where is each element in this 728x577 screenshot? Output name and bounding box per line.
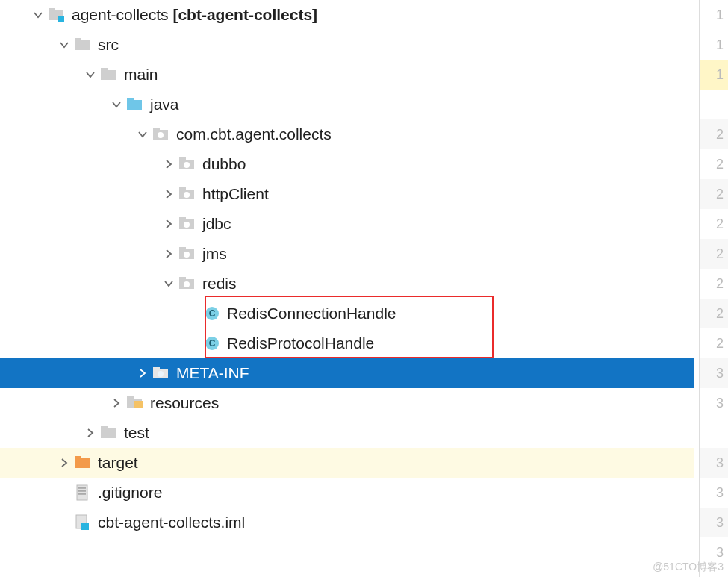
- excluded-folder-icon: [74, 454, 92, 472]
- tree-row-root[interactable]: agent-collects [cbt-agent-collects]: [0, 0, 694, 30]
- tree-row-gitignore[interactable]: .gitignore: [0, 478, 694, 508]
- tree-label: RedisProtocolHandle: [227, 334, 374, 352]
- folder-icon: [100, 424, 118, 442]
- class-icon: C: [203, 305, 221, 322]
- svg-rect-38: [140, 401, 143, 408]
- gutter-line: 2: [700, 119, 728, 149]
- tree-row-jdbc[interactable]: jdbc: [0, 209, 694, 239]
- chevron-down-icon[interactable]: [134, 129, 151, 140]
- chevron-right-icon[interactable]: [161, 159, 177, 169]
- svg-rect-32: [153, 367, 160, 370]
- chevron-right-icon[interactable]: [161, 219, 177, 229]
- package-icon: [178, 185, 196, 203]
- gutter-line: 1: [700, 30, 728, 60]
- tree-row-dubbo[interactable]: dubbo: [0, 149, 694, 179]
- svg-point-14: [184, 162, 190, 168]
- svg-rect-46: [78, 493, 86, 495]
- chevron-down-icon[interactable]: [30, 10, 46, 20]
- tree-row-redis[interactable]: redis: [0, 269, 694, 299]
- chevron-down-icon[interactable]: [56, 40, 72, 50]
- gutter-line: 3: [700, 448, 728, 478]
- svg-point-33: [158, 371, 164, 377]
- tree-label: java: [150, 96, 179, 113]
- tree-row-target[interactable]: target: [0, 448, 694, 478]
- source-folder-icon: [126, 96, 144, 113]
- svg-rect-10: [153, 128, 160, 131]
- gutter-line: 1: [700, 60, 728, 90]
- gutter-line: 2: [700, 149, 728, 179]
- tree-label: test: [124, 424, 149, 442]
- chevron-right-icon[interactable]: [161, 189, 177, 199]
- tree-label: jdbc: [202, 215, 231, 233]
- tree-row-resources[interactable]: resources: [0, 388, 694, 418]
- svg-rect-1: [49, 8, 55, 12]
- svg-rect-16: [179, 187, 186, 191]
- svg-rect-42: [75, 456, 81, 460]
- tree-label: httpClient: [202, 185, 269, 203]
- file-icon: [74, 484, 92, 502]
- tree-label: main: [124, 66, 158, 84]
- tree-label: dubbo: [202, 155, 246, 173]
- chevron-down-icon[interactable]: [161, 278, 177, 289]
- package-icon: [178, 275, 196, 293]
- tree-label: RedisConnectionHandle: [227, 305, 396, 322]
- tree-row-java[interactable]: java: [0, 90, 694, 119]
- tree-label: agent-collects [cbt-agent-collects]: [72, 6, 317, 24]
- svg-rect-36: [134, 401, 137, 408]
- svg-rect-4: [75, 38, 81, 42]
- svg-rect-37: [137, 401, 140, 408]
- tree-container: agent-collects [cbt-agent-collects] src …: [0, 0, 694, 577]
- tree-label: com.cbt.agent.collects: [176, 125, 332, 143]
- svg-rect-44: [78, 487, 86, 489]
- chevron-down-icon[interactable]: [108, 99, 125, 110]
- gutter-line: 2: [700, 239, 728, 269]
- iml-file-icon: [74, 514, 92, 531]
- package-icon: [152, 364, 170, 382]
- class-icon: C: [203, 334, 221, 352]
- svg-point-17: [184, 192, 190, 198]
- svg-point-26: [184, 281, 190, 287]
- folder-icon: [100, 66, 118, 84]
- svg-point-20: [184, 222, 190, 228]
- folder-icon: [74, 36, 92, 54]
- gutter-line: 2: [700, 269, 728, 299]
- tree-row-redisconnhandle[interactable]: C RedisConnectionHandle: [0, 299, 694, 328]
- tree-label: redis: [202, 275, 237, 293]
- tree-row-redisprotohandle[interactable]: C RedisProtocolHandle: [0, 328, 694, 358]
- svg-rect-25: [179, 277, 186, 281]
- package-icon: [178, 245, 196, 263]
- gutter-line: 3: [700, 478, 728, 508]
- chevron-right-icon[interactable]: [108, 398, 125, 408]
- svg-point-23: [184, 252, 190, 258]
- tree-label: .gitignore: [98, 484, 162, 502]
- svg-rect-22: [179, 247, 186, 251]
- tree-row-package[interactable]: com.cbt.agent.collects: [0, 119, 694, 149]
- package-icon: [178, 215, 196, 233]
- chevron-down-icon[interactable]: [82, 69, 99, 80]
- tree-label: jms: [202, 245, 227, 263]
- gutter-line: 2: [700, 209, 728, 239]
- chevron-right-icon[interactable]: [134, 368, 151, 378]
- svg-rect-8: [127, 98, 134, 102]
- svg-rect-35: [127, 396, 134, 400]
- module-folder-icon: [48, 6, 66, 24]
- chevron-right-icon[interactable]: [161, 249, 177, 259]
- gutter-line: 1: [700, 0, 728, 30]
- gutter-line: [700, 418, 728, 448]
- resources-folder-icon: [126, 394, 144, 412]
- chevron-right-icon[interactable]: [82, 428, 99, 438]
- tree-row-src[interactable]: src: [0, 30, 694, 60]
- tree-row-metainf[interactable]: META-INF: [0, 358, 694, 388]
- svg-rect-13: [179, 157, 186, 161]
- gutter-line: 2: [700, 179, 728, 209]
- tree-row-test[interactable]: test: [0, 418, 694, 448]
- tree-label: resources: [150, 394, 219, 412]
- tree-row-jms[interactable]: jms: [0, 239, 694, 269]
- watermark: @51CTO博客3: [653, 561, 724, 574]
- tree-row-iml[interactable]: cbt-agent-collects.iml: [0, 508, 694, 537]
- chevron-right-icon[interactable]: [56, 458, 72, 468]
- tree-row-httpclient[interactable]: httpClient: [0, 179, 694, 209]
- tree-label: cbt-agent-collects.iml: [98, 514, 245, 531]
- tree-row-main[interactable]: main: [0, 60, 694, 90]
- gutter-line: 3: [700, 388, 728, 418]
